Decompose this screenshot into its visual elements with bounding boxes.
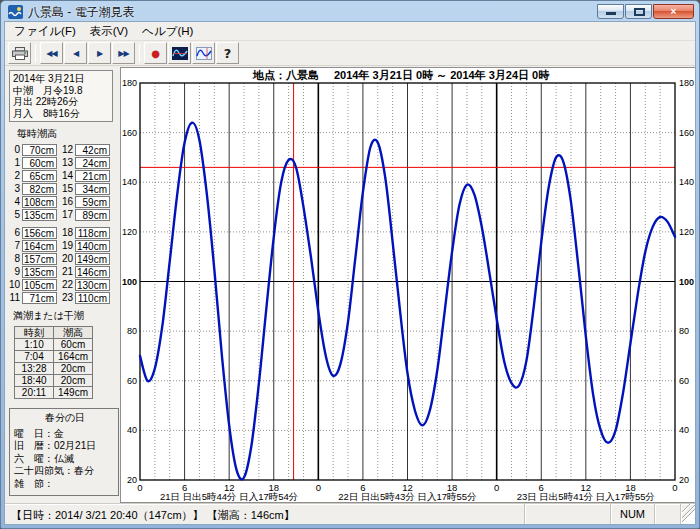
- maximize-button[interactable]: [625, 4, 652, 19]
- hourly-row: 070cm1242cm: [9, 143, 119, 156]
- current-time-button[interactable]: ●: [144, 42, 167, 64]
- tide-value-cell: 130cm: [75, 279, 110, 291]
- nav-prev-button[interactable]: ◀: [64, 42, 87, 64]
- tide-value-cell: 156cm: [22, 227, 57, 239]
- y-axis-label-left: 100: [122, 277, 137, 287]
- status-pane-blank: [654, 504, 680, 524]
- hourly-row: 1171cm23110cm: [9, 291, 119, 304]
- holiday-row: 雑 節：: [14, 478, 116, 491]
- tide-phase-line: 中潮 月令19.8: [13, 85, 109, 97]
- hour-label: 16: [57, 196, 75, 207]
- hour-label: 11: [9, 292, 22, 303]
- menu-help[interactable]: ヘルプ(H): [135, 22, 200, 41]
- printer-icon: [12, 47, 28, 60]
- hour-label: 20: [57, 253, 75, 264]
- nav-last-button[interactable]: ▶▶: [112, 42, 135, 64]
- y-axis-label-left: 80: [127, 326, 137, 336]
- hourly-row: 10105cm22130cm: [9, 278, 119, 291]
- hour-label: 5: [9, 209, 22, 220]
- close-button[interactable]: ×: [653, 4, 694, 19]
- window-title: 八景島 - 電子潮見表: [28, 4, 597, 21]
- x-axis-label: 0: [316, 482, 321, 493]
- hour-label: 22: [57, 279, 75, 290]
- extreme-time-cell: 20:11: [14, 386, 54, 399]
- date-info-box: 2014年 3月21日 中潮 月令19.8 月出 22時26分 月入 8時16分: [9, 70, 113, 122]
- y-axis-label-left: 40: [127, 425, 137, 435]
- extremes-table: 時刻潮高1:1060cm7:04164cm13:2820cm18:4020cm2…: [15, 327, 93, 399]
- day-sun-label: 23日 日出5時41分 日入17時55分: [517, 491, 655, 502]
- minimize-icon: [606, 12, 616, 15]
- hour-label: 0: [9, 144, 22, 155]
- nav-next-icon: ▶: [97, 49, 102, 58]
- y-axis-label-right: 40: [679, 425, 689, 435]
- hour-label: 3: [9, 183, 22, 194]
- tide-chart[interactable]: 地点：八景島2014年 3月21日 0時 ～ 2014年 3月24日 0時202…: [121, 68, 695, 502]
- tide-value-cell: 118cm: [75, 227, 110, 239]
- maximize-icon: [634, 8, 645, 16]
- date-line: 2014年 3月21日: [13, 73, 109, 85]
- hour-label: 10: [9, 279, 22, 290]
- tide-value-cell: 110cm: [75, 292, 110, 304]
- day-sun-label: 22日 日出5時43分 日入17時55分: [338, 491, 476, 502]
- hourly-row: 9135cm21146cm: [9, 265, 119, 278]
- hourly-row: 8157cm20149cm: [9, 252, 119, 265]
- extremes-row: 20:11149cm: [15, 387, 93, 399]
- moon-tide-button[interactable]: [192, 42, 215, 64]
- hour-label: 14: [57, 170, 75, 181]
- nav-first-button[interactable]: ◀◀: [40, 42, 63, 64]
- tide-value-cell: 71cm: [22, 292, 57, 304]
- tide-value-cell: 65cm: [22, 170, 57, 182]
- y-axis-label-right: 160: [679, 128, 694, 138]
- y-axis-label-left: 140: [122, 177, 137, 187]
- tide-wave-icon: [172, 47, 188, 60]
- status-pane-blank: [524, 504, 610, 524]
- nav-next-button[interactable]: ▶: [88, 42, 111, 64]
- nav-prev-icon: ◀: [73, 49, 78, 58]
- tide-value-cell: 108cm: [22, 196, 57, 208]
- tide-value-cell: 157cm: [22, 253, 57, 265]
- tide-value-cell: 89cm: [75, 209, 110, 221]
- x-axis-label: 0: [137, 482, 142, 493]
- extremes-title: 満潮または干潮: [13, 309, 119, 323]
- hour-label: 9: [9, 266, 22, 277]
- menu-file[interactable]: ファイル(F): [7, 22, 83, 41]
- hour-label: 6: [9, 227, 22, 238]
- tide-value-cell: 146cm: [75, 266, 110, 278]
- y-axis-label-right: 180: [679, 78, 694, 88]
- hour-label: 23: [57, 292, 75, 303]
- holiday-row: 二十四節気：春分: [14, 465, 116, 478]
- hourly-row: 265cm1421cm: [9, 169, 119, 182]
- tide-value-cell: 135cm: [22, 209, 57, 221]
- tide-value-cell: 42cm: [75, 144, 110, 156]
- y-axis-label-left: 160: [122, 128, 137, 138]
- main-area: 2014年 3月21日 中潮 月令19.8 月出 22時26分 月入 8時16分…: [5, 66, 695, 503]
- tide-graph-button[interactable]: [168, 42, 191, 64]
- print-button[interactable]: [8, 42, 31, 64]
- status-num-indicator: NUM: [610, 504, 654, 524]
- resize-grip[interactable]: [680, 504, 695, 524]
- hour-label: 12: [57, 144, 75, 155]
- current-time-icon: ●: [151, 48, 160, 59]
- app-icon: [8, 5, 23, 19]
- holiday-row: 六 曜：仏滅: [14, 453, 116, 466]
- nav-last-icon: ▶▶: [118, 49, 128, 58]
- chart-station-label: 地点：八景島: [252, 69, 319, 81]
- menu-view[interactable]: 表示(V): [83, 22, 135, 41]
- y-axis-label-left: 180: [122, 78, 137, 88]
- y-axis-label-left: 20: [127, 475, 137, 485]
- hourly-table: 070cm1242cm160cm1324cm265cm1421cm382cm15…: [7, 143, 119, 304]
- minimize-button[interactable]: [597, 4, 624, 19]
- extreme-height-cell: 149cm: [53, 386, 93, 399]
- moon-wave-icon: [196, 47, 212, 60]
- tide-value-cell: 70cm: [22, 144, 57, 156]
- holiday-row: 曜 日：金: [14, 428, 116, 441]
- hour-label: 21: [57, 266, 75, 277]
- x-axis-label: 0: [494, 482, 499, 493]
- hourly-row: 160cm1324cm: [9, 156, 119, 169]
- tide-value-cell: 60cm: [22, 157, 57, 169]
- chart-range-label: 2014年 3月21日 0時 ～ 2014年 3月24日 0時: [334, 69, 550, 81]
- hour-label: 7: [9, 240, 22, 251]
- help-button[interactable]: ?: [216, 42, 239, 64]
- tide-value-cell: 21cm: [75, 170, 110, 182]
- hour-label: 8: [9, 253, 22, 264]
